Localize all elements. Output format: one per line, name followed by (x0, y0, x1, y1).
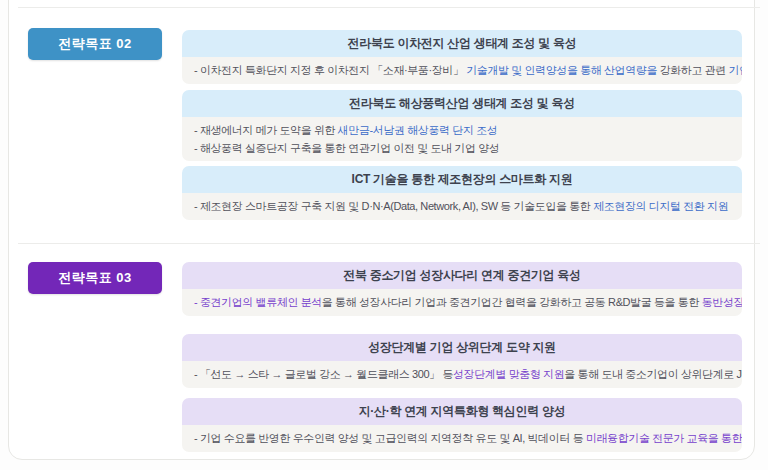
body-highlight-text: 제조현장의 디지털 전환 지원 (593, 200, 728, 212)
body-text: - 제조현장 스마트공장 구축 지원 및 D·N·A(Data, Network… (194, 200, 593, 212)
body-text: - 재생에너지 메가 도약을 위한 (194, 124, 338, 136)
section-ict-smart-factory: ICT 기술을 통한 제조현장의 스마트화 지원 - 제조현장 스마트공장 구축… (182, 166, 742, 220)
section-growth-stage-support: 성장단계별 기업 상위단계 도약 지원 - 「선도 → 스타 → 글로벌 강소 … (182, 334, 742, 388)
strategy-goal-03-badge: 전략목표 03 (28, 262, 162, 294)
section-body: - 「선도 → 스타 → 글로벌 강소 → 월드클래스 300」 등성장단계별 … (182, 361, 742, 388)
group-divider (18, 243, 760, 244)
section-title: 지·산·학 연계 지역특화형 핵심인력 양성 (182, 398, 742, 425)
body-text: - 해상풍력 실증단지 구축을 통한 연관기업 이전 및 도내 기업 양성 (194, 142, 499, 154)
body-line: - 이차전지 특화단지 지정 후 이차전지 「소재·부품·장비」 기술개발 및 … (194, 57, 730, 84)
body-highlight-text: 성장단계별 맞춤형 지원 (453, 368, 564, 380)
section-body: - 이차전지 특화단지 지정 후 이차전지 「소재·부품·장비」 기술개발 및 … (182, 57, 742, 84)
body-line: - 해상풍력 실증단지 구축을 통한 연관기업 이전 및 도내 기업 양성 (194, 139, 730, 157)
body-line: - 「선도 → 스타 → 글로벌 강소 → 월드클래스 300」 등성장단계별 … (194, 361, 730, 388)
section-mid-size-company: 전북 중소기업 성장사다리 연계 중견기업 육성 - 중견기업의 밸류체인 분석… (182, 262, 742, 316)
body-line: - 제조현장 스마트공장 구축 지원 및 D·N·A(Data, Network… (194, 193, 730, 220)
body-highlight-text: 기술개발 및 인력양성을 통해 산업역량을 (466, 64, 659, 76)
body-text: 을 통해 성장사다리 기업과 중견기업간 협력을 강화하고 공동 R&D발굴 등… (322, 296, 702, 308)
body-text: - 이차전지 특화단지 지정 후 이차전지 「소재·부품·장비」 (194, 64, 466, 76)
body-highlight-text: 새만금-서남권 해상풍력 단지 조성 (338, 124, 498, 136)
body-text: 강화하고 관련 (660, 64, 729, 76)
body-line: - 재생에너지 메가 도약을 위한 새만금-서남권 해상풍력 단지 조성 (194, 121, 730, 139)
section-body: - 기업 수요를 반영한 우수인력 양성 및 고급인력의 지역정착 유도 및 A… (182, 425, 742, 452)
page: 전략목표 02 전라북도 이차전지 산업 생태계 조성 및 육성 - 이차전지 … (0, 0, 768, 470)
section-body: - 중견기업의 밸류체인 분석을 통해 성장사다리 기업과 중견기업간 협력을 … (182, 289, 742, 316)
section-title: 전라북도 이차전지 산업 생태계 조성 및 육성 (182, 30, 742, 57)
body-highlight-text: 동반성장 유도 (702, 296, 742, 308)
strategy-goal-02-badge: 전략목표 02 (28, 28, 162, 60)
body-highlight-text: - 중견기업의 밸류체인 분석 (194, 296, 322, 308)
body-text: 을 통해 도내 중소기업이 상위단계로 Jump-up 하도록 지원 (564, 368, 742, 380)
section-secondary-battery: 전라북도 이차전지 산업 생태계 조성 및 육성 - 이차전지 특화단지 지정 … (182, 30, 742, 84)
top-divider (18, 7, 760, 8)
section-title: 전북 중소기업 성장사다리 연계 중견기업 육성 (182, 262, 742, 289)
body-highlight-text: 미래융합기술 전문가 교육을 통한 ICT 전문인력 양성 (586, 432, 742, 444)
section-offshore-wind: 전라북도 해상풍력산업 생태계 조성 및 육성 - 재생에너지 메가 도약을 위… (182, 90, 742, 161)
body-line: - 기업 수요를 반영한 우수인력 양성 및 고급인력의 지역정착 유도 및 A… (194, 425, 730, 452)
body-line: - 중견기업의 밸류체인 분석을 통해 성장사다리 기업과 중견기업간 협력을 … (194, 289, 730, 316)
section-title: 전라북도 해상풍력산업 생태계 조성 및 육성 (182, 90, 742, 117)
body-highlight-text: 기업의 투자유치를 지원 (729, 64, 742, 76)
section-title: ICT 기술을 통한 제조현장의 스마트화 지원 (182, 166, 742, 193)
section-title: 성장단계별 기업 상위단계 도약 지원 (182, 334, 742, 361)
section-body: - 제조현장 스마트공장 구축 지원 및 D·N·A(Data, Network… (182, 193, 742, 220)
section-body: - 재생에너지 메가 도약을 위한 새만금-서남권 해상풍력 단지 조성 - 해… (182, 117, 742, 161)
body-text: - 기업 수요를 반영한 우수인력 양성 및 고급인력의 지역정착 유도 및 A… (194, 432, 586, 444)
body-text: - 「선도 → 스타 → 글로벌 강소 → 월드클래스 300」 등 (194, 368, 453, 380)
section-talent-training: 지·산·학 연계 지역특화형 핵심인력 양성 - 기업 수요를 반영한 우수인력… (182, 398, 742, 452)
